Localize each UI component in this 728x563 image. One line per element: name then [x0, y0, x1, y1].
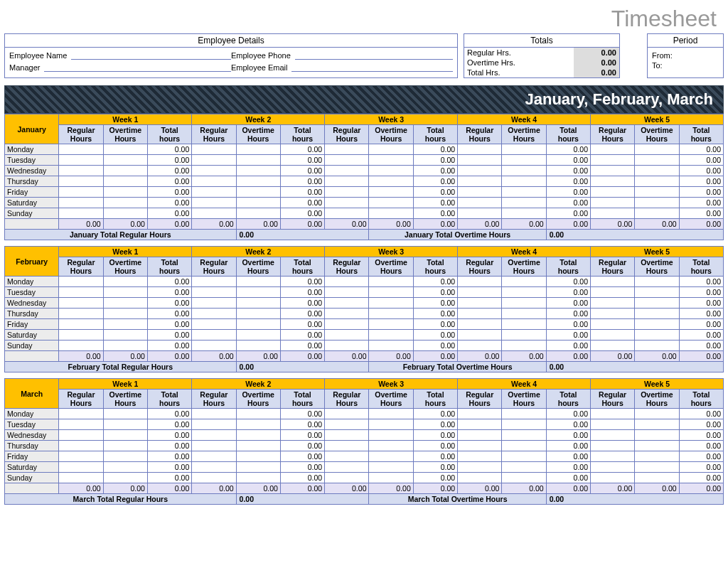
- regular-hours-cell[interactable]: [458, 144, 502, 155]
- regular-hours-cell[interactable]: [325, 319, 369, 330]
- overtime-hours-cell[interactable]: [635, 462, 679, 473]
- regular-hours-cell[interactable]: [325, 298, 369, 309]
- regular-hours-cell[interactable]: [590, 144, 634, 155]
- overtime-hours-cell[interactable]: [635, 451, 679, 462]
- overtime-hours-cell[interactable]: [635, 176, 679, 187]
- overtime-hours-cell[interactable]: [369, 341, 413, 351]
- overtime-hours-cell[interactable]: [103, 451, 147, 462]
- regular-hours-cell[interactable]: [192, 277, 236, 287]
- overtime-hours-cell[interactable]: [236, 277, 280, 287]
- regular-hours-cell[interactable]: [590, 166, 634, 176]
- regular-hours-cell[interactable]: [458, 176, 502, 187]
- overtime-hours-cell[interactable]: [369, 430, 413, 441]
- overtime-hours-cell[interactable]: [369, 451, 413, 462]
- overtime-hours-cell[interactable]: [369, 187, 413, 198]
- overtime-hours-cell[interactable]: [236, 330, 280, 341]
- overtime-hours-cell[interactable]: [103, 309, 147, 319]
- regular-hours-cell[interactable]: [192, 155, 236, 166]
- regular-hours-cell[interactable]: [590, 430, 634, 441]
- regular-hours-cell[interactable]: [590, 309, 634, 319]
- regular-hours-cell[interactable]: [192, 198, 236, 208]
- overtime-hours-cell[interactable]: [103, 187, 147, 198]
- overtime-hours-cell[interactable]: [502, 298, 546, 309]
- overtime-hours-cell[interactable]: [236, 176, 280, 187]
- overtime-hours-cell[interactable]: [236, 441, 280, 451]
- regular-hours-cell[interactable]: [325, 187, 369, 198]
- regular-hours-cell[interactable]: [458, 319, 502, 330]
- regular-hours-cell[interactable]: [458, 330, 502, 341]
- overtime-hours-cell[interactable]: [635, 319, 679, 330]
- regular-hours-cell[interactable]: [458, 409, 502, 419]
- overtime-hours-cell[interactable]: [369, 298, 413, 309]
- regular-hours-cell[interactable]: [59, 409, 103, 419]
- employee-phone-input[interactable]: [295, 50, 453, 60]
- overtime-hours-cell[interactable]: [103, 319, 147, 330]
- overtime-hours-cell[interactable]: [236, 309, 280, 319]
- overtime-hours-cell[interactable]: [635, 330, 679, 341]
- overtime-hours-cell[interactable]: [103, 441, 147, 451]
- regular-hours-cell[interactable]: [192, 430, 236, 441]
- overtime-hours-cell[interactable]: [103, 430, 147, 441]
- overtime-hours-cell[interactable]: [502, 430, 546, 441]
- overtime-hours-cell[interactable]: [635, 473, 679, 483]
- overtime-hours-cell[interactable]: [236, 451, 280, 462]
- overtime-hours-cell[interactable]: [236, 208, 280, 219]
- overtime-hours-cell[interactable]: [103, 287, 147, 298]
- regular-hours-cell[interactable]: [59, 277, 103, 287]
- regular-hours-cell[interactable]: [325, 430, 369, 441]
- overtime-hours-cell[interactable]: [502, 208, 546, 219]
- regular-hours-cell[interactable]: [192, 409, 236, 419]
- overtime-hours-cell[interactable]: [103, 277, 147, 287]
- regular-hours-cell[interactable]: [325, 441, 369, 451]
- overtime-hours-cell[interactable]: [236, 462, 280, 473]
- overtime-hours-cell[interactable]: [236, 187, 280, 198]
- overtime-hours-cell[interactable]: [236, 198, 280, 208]
- overtime-hours-cell[interactable]: [635, 309, 679, 319]
- overtime-hours-cell[interactable]: [103, 166, 147, 176]
- regular-hours-cell[interactable]: [59, 473, 103, 483]
- overtime-hours-cell[interactable]: [103, 473, 147, 483]
- manager-input[interactable]: [44, 63, 231, 72]
- regular-hours-cell[interactable]: [59, 198, 103, 208]
- regular-hours-cell[interactable]: [59, 287, 103, 298]
- employee-name-input[interactable]: [71, 50, 231, 60]
- overtime-hours-cell[interactable]: [635, 208, 679, 219]
- overtime-hours-cell[interactable]: [502, 166, 546, 176]
- overtime-hours-cell[interactable]: [635, 187, 679, 198]
- overtime-hours-cell[interactable]: [635, 198, 679, 208]
- regular-hours-cell[interactable]: [590, 277, 634, 287]
- regular-hours-cell[interactable]: [192, 441, 236, 451]
- overtime-hours-cell[interactable]: [369, 144, 413, 155]
- overtime-hours-cell[interactable]: [103, 176, 147, 187]
- overtime-hours-cell[interactable]: [103, 341, 147, 351]
- regular-hours-cell[interactable]: [59, 430, 103, 441]
- regular-hours-cell[interactable]: [325, 341, 369, 351]
- regular-hours-cell[interactable]: [590, 287, 634, 298]
- regular-hours-cell[interactable]: [458, 155, 502, 166]
- overtime-hours-cell[interactable]: [369, 330, 413, 341]
- regular-hours-cell[interactable]: [192, 176, 236, 187]
- regular-hours-cell[interactable]: [458, 166, 502, 176]
- overtime-hours-cell[interactable]: [635, 341, 679, 351]
- regular-hours-cell[interactable]: [458, 298, 502, 309]
- regular-hours-cell[interactable]: [325, 155, 369, 166]
- overtime-hours-cell[interactable]: [236, 166, 280, 176]
- regular-hours-cell[interactable]: [325, 409, 369, 419]
- overtime-hours-cell[interactable]: [236, 298, 280, 309]
- regular-hours-cell[interactable]: [192, 419, 236, 430]
- overtime-hours-cell[interactable]: [635, 430, 679, 441]
- regular-hours-cell[interactable]: [325, 208, 369, 219]
- overtime-hours-cell[interactable]: [369, 287, 413, 298]
- overtime-hours-cell[interactable]: [103, 419, 147, 430]
- overtime-hours-cell[interactable]: [635, 298, 679, 309]
- regular-hours-cell[interactable]: [59, 309, 103, 319]
- overtime-hours-cell[interactable]: [236, 319, 280, 330]
- regular-hours-cell[interactable]: [325, 473, 369, 483]
- overtime-hours-cell[interactable]: [502, 155, 546, 166]
- overtime-hours-cell[interactable]: [103, 198, 147, 208]
- regular-hours-cell[interactable]: [59, 462, 103, 473]
- overtime-hours-cell[interactable]: [502, 409, 546, 419]
- regular-hours-cell[interactable]: [59, 208, 103, 219]
- regular-hours-cell[interactable]: [325, 166, 369, 176]
- regular-hours-cell[interactable]: [192, 309, 236, 319]
